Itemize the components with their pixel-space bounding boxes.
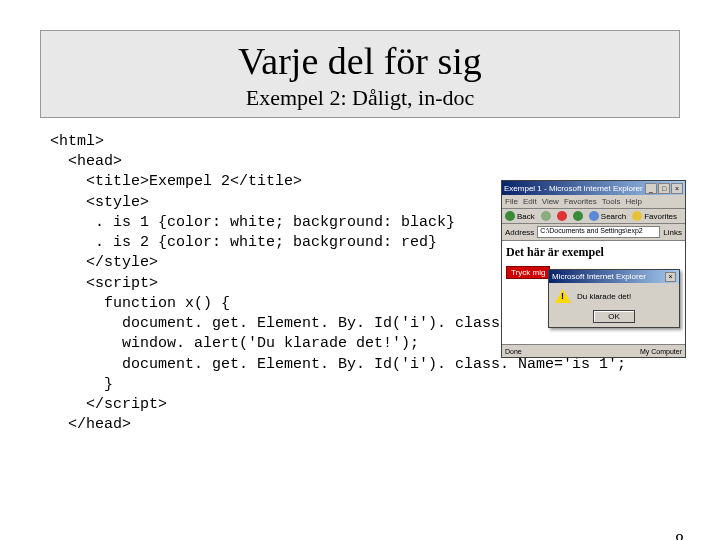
menu-bar: File Edit View Favorites Tools Help [502, 195, 685, 209]
tryck-mig-button[interactable]: Tryck mig [506, 266, 550, 279]
code-line: document. get. Element. By. Id('i'). cla… [50, 356, 626, 373]
status-bar: Done My Computer [502, 344, 685, 357]
back-label: Back [517, 212, 535, 221]
code-line: <head> [50, 153, 122, 170]
code-line: <title>Exempel 2</title> [50, 173, 302, 190]
search-label: Search [601, 212, 626, 221]
status-left: Done [505, 348, 522, 355]
links-label[interactable]: Links [663, 228, 682, 237]
page-number: 8 [675, 531, 684, 540]
close-icon[interactable]: × [671, 183, 683, 194]
browser-titlebar: Exempel 1 - Microsoft Internet Explorer … [502, 181, 685, 195]
menu-favorites[interactable]: Favorites [564, 197, 597, 206]
browser-screenshot: Exempel 1 - Microsoft Internet Explorer … [501, 180, 686, 358]
menu-edit[interactable]: Edit [523, 197, 537, 206]
browser-viewport: Det här är exempel Tryck mig Microsoft I… [502, 241, 685, 344]
menu-view[interactable]: View [542, 197, 559, 206]
slide-title: Varje del för sig [41, 41, 679, 83]
warning-icon [555, 289, 571, 303]
stop-icon[interactable] [557, 211, 567, 221]
dialog-title-text: Microsoft Internet Explorer [552, 272, 646, 281]
code-line: <html> [50, 133, 104, 150]
menu-help[interactable]: Help [625, 197, 641, 206]
ok-button[interactable]: OK [593, 310, 635, 323]
title-block: Varje del för sig Exempel 2: Dåligt, in-… [40, 30, 680, 118]
code-line: window. alert('Du klarade det!'); [50, 335, 419, 352]
refresh-icon[interactable] [573, 211, 583, 221]
star-icon [632, 211, 642, 221]
browser-window: Exempel 1 - Microsoft Internet Explorer … [501, 180, 686, 358]
alert-dialog: Microsoft Internet Explorer × Du klarade… [548, 269, 680, 328]
search-icon [589, 211, 599, 221]
code-line: </style> [50, 254, 158, 271]
code-line: </script> [50, 396, 167, 413]
menu-file[interactable]: File [505, 197, 518, 206]
maximize-icon[interactable]: □ [658, 183, 670, 194]
dialog-body: Du klarade det! [549, 283, 679, 309]
code-line: . is 1 {color: white; background: black} [50, 214, 455, 231]
toolbar: Back Search Favorites [502, 209, 685, 224]
code-line: function x() { [50, 295, 230, 312]
code-line: </head> [50, 416, 131, 433]
back-button[interactable]: Back [505, 211, 535, 221]
address-bar: Address C:\Documents and Settings\exp2 L… [502, 224, 685, 241]
dialog-close-icon[interactable]: × [665, 272, 676, 282]
code-line: <style> [50, 194, 149, 211]
favorites-button[interactable]: Favorites [632, 211, 677, 221]
search-button[interactable]: Search [589, 211, 626, 221]
code-line: . is 2 {color: white; background: red} [50, 234, 437, 251]
page-heading: Det här är exempel [506, 245, 681, 260]
browser-title: Exempel 1 - Microsoft Internet Explorer [504, 184, 643, 193]
window-controls: _ □ × [645, 183, 683, 194]
minimize-icon[interactable]: _ [645, 183, 657, 194]
address-label: Address [505, 228, 534, 237]
menu-tools[interactable]: Tools [602, 197, 621, 206]
forward-icon[interactable] [541, 211, 551, 221]
dialog-titlebar: Microsoft Internet Explorer × [549, 270, 679, 283]
slide: Varje del för sig Exempel 2: Dåligt, in-… [0, 30, 720, 540]
dialog-footer: OK [549, 309, 679, 327]
code-line: <script> [50, 275, 158, 292]
dialog-message: Du klarade det! [577, 292, 631, 301]
slide-subtitle: Exempel 2: Dåligt, in-doc [41, 85, 679, 111]
status-right: My Computer [640, 348, 682, 355]
favorites-label: Favorites [644, 212, 677, 221]
code-line: } [50, 376, 113, 393]
back-icon [505, 211, 515, 221]
address-field[interactable]: C:\Documents and Settings\exp2 [537, 226, 660, 238]
